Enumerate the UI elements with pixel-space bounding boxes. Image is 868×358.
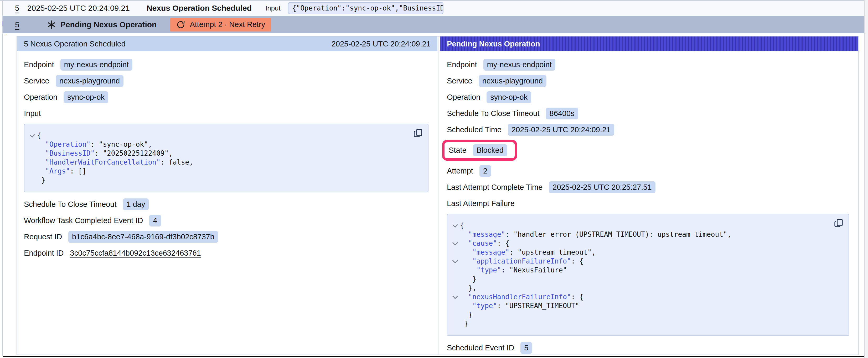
json-code-line: "HandlerWaitForCancellation": false, — [27, 158, 422, 167]
json-code-line: } — [450, 274, 842, 284]
field-label: Endpoint — [24, 60, 54, 69]
field-value-badge: my-nexus-endpoint — [484, 59, 556, 71]
copy-button[interactable] — [413, 128, 423, 138]
detail-row-schedule-to-close-timeout[interactable]: Schedule To Close Timeout1 day — [24, 198, 430, 210]
field-value-badge: 2025-02-25 UTC 20:24:09.21 — [508, 124, 614, 136]
right-panel-header: Pending Nexus Operation — [440, 36, 858, 51]
endpoint-id-link[interactable]: 3c0c75ccfa8144b092c13ce632463761 — [70, 249, 201, 258]
json-code-line: { — [27, 131, 422, 140]
field-label: Scheduled Time — [447, 126, 501, 134]
copy-button[interactable] — [834, 218, 843, 228]
field-label: Schedule To Close Timeout — [24, 200, 117, 209]
detail-row-request-id[interactable]: Request IDb1c6a4bc-8ee7-468a-9169-df3b02… — [24, 231, 430, 243]
field-label: Scheduled Event ID — [447, 344, 514, 352]
json-line-text: "type": "UPSTREAM_TIMEOUT" — [460, 301, 579, 310]
collapse-chevron-icon[interactable] — [450, 224, 460, 228]
collapse-chevron-icon[interactable] — [450, 241, 460, 246]
json-line-text: "message": "handler error (UPSTREAM_TIME… — [460, 230, 732, 239]
detail-row-workflow-task-completed-event-id[interactable]: Workflow Task Completed Event ID4 — [24, 215, 430, 227]
right-panel-title: Pending Nexus Operation — [447, 40, 540, 48]
event-input-preview-badge: {"Operation":"sync-op-ok","BusinessID":"… — [288, 2, 443, 14]
detail-row-service[interactable]: Servicenexus-playground — [24, 75, 430, 87]
json-code-line: "type": "NexusFailure" — [450, 266, 842, 274]
event-detail-panels: 5 Nexus Operation Scheduled 2025-02-25 U… — [17, 36, 859, 355]
json-line-text: "applicationFailureInfo": { — [460, 257, 584, 266]
left-panel-body: Endpointmy-nexus-endpointServicenexus-pl… — [17, 51, 437, 259]
event-row-nexus-operation-scheduled[interactable]: 5 2025-02-25 UTC 20:24:09.21 Nexus Opera… — [3, 1, 864, 16]
event-id-link[interactable]: 5 — [15, 4, 20, 12]
field-value-badge: nexus-playground — [56, 75, 124, 87]
pending-asterisk-icon — [47, 20, 56, 29]
field-value-badge: 4 — [149, 215, 161, 227]
json-code-line: "Operation": "sync-op-ok", — [27, 140, 422, 149]
detail-row-last-attempt-failure[interactable]: Last Attempt Failure — [447, 197, 850, 209]
json-code-line: } — [450, 319, 842, 328]
detail-row-service[interactable]: Servicenexus-playground — [447, 75, 850, 87]
temporal-event-history-screen: 5 2025-02-25 UTC 20:24:09.21 Nexus Opera… — [0, 0, 868, 358]
detail-row-operation[interactable]: Operationsync-op-ok — [24, 91, 430, 103]
json-code-line: "type": "UPSTREAM_TIMEOUT" — [450, 301, 842, 310]
field-label: Service — [447, 77, 472, 85]
left-border-line — [2, 0, 3, 356]
json-line-text: "type": "NexusFailure" — [460, 266, 567, 274]
json-line-text: } — [460, 319, 468, 328]
detail-row-scheduled-time[interactable]: Scheduled Time2025-02-25 UTC 20:24:09.21 — [447, 124, 850, 136]
json-code-line: } — [450, 310, 842, 319]
json-code-line: "BusinessID": "20250225122409", — [27, 149, 422, 158]
event-timestamp: 2025-02-25 UTC 20:24:09.21 — [27, 4, 130, 12]
detail-row-schedule-to-close-timeout[interactable]: Schedule To Close Timeout86400s — [447, 107, 850, 120]
json-line-text: } — [460, 274, 476, 284]
json-line-text: } — [37, 175, 45, 185]
event-row-pending-nexus-operation[interactable]: 5 Pending Nexus Operation Attempt 2 · Ne… — [3, 16, 864, 33]
field-label: Workflow Task Completed Event ID — [24, 216, 143, 225]
detail-row-input[interactable]: Input — [24, 107, 430, 120]
json-line-text: "HandlerWaitForCancellation": false, — [37, 158, 193, 167]
field-value-badge: nexus-playground — [479, 75, 547, 87]
right-panel-body: Endpointmy-nexus-endpointServicenexus-pl… — [440, 51, 858, 358]
json-code-line: } — [27, 175, 422, 185]
left-panel-timestamp: 2025-02-25 UTC 20:24:09.21 — [332, 40, 431, 48]
retry-icon — [176, 20, 185, 29]
field-value-badge: sync-op-ok — [487, 91, 531, 103]
detail-row-last-attempt-complete-time[interactable]: Last Attempt Complete Time2025-02-25 UTC… — [447, 181, 850, 193]
json-code-block: { "message": "handler error (UPSTREAM_TI… — [447, 214, 849, 336]
detail-row-state[interactable]: StateBlocked — [447, 140, 850, 161]
field-value-badge: 2025-02-25 UTC 20:25:27.51 — [549, 182, 655, 193]
detail-row-operation[interactable]: Operationsync-op-ok — [447, 91, 850, 103]
json-code-block: { "Operation": "sync-op-ok", "BusinessID… — [24, 124, 429, 192]
detail-row-endpoint-id[interactable]: Endpoint ID3c0c75ccfa8144b092c13ce632463… — [24, 247, 430, 259]
detail-row-attempt[interactable]: Attempt2 — [447, 165, 850, 177]
field-label: Operation — [24, 93, 57, 102]
json-line-text: }, — [460, 284, 476, 292]
retry-attempt-badge: Attempt 2 · Next Retry — [170, 18, 271, 32]
field-label: Endpoint — [447, 60, 477, 69]
json-line-text: } — [460, 310, 472, 319]
left-panel-title: 5 Nexus Operation Scheduled — [24, 40, 126, 48]
json-code-line: "nexusHandlerFailureInfo": { — [450, 292, 842, 301]
json-line-text: { — [37, 131, 41, 140]
field-value-badge: b1c6a4bc-8ee7-468a-9169-df3b02c8737b — [68, 231, 218, 243]
pending-operation-panel: Pending Nexus Operation Endpointmy-nexus… — [440, 36, 858, 358]
detail-row-endpoint[interactable]: Endpointmy-nexus-endpoint — [447, 59, 850, 71]
json-code-line: "applicationFailureInfo": { — [450, 257, 842, 266]
scrollbar-gutter[interactable] — [864, 0, 868, 358]
retry-badge-label: Attempt 2 · Next Retry — [190, 20, 265, 29]
field-value-badge: 86400s — [546, 108, 578, 120]
json-line-text: "message": "upstream timeout", — [460, 248, 596, 257]
field-label: State — [449, 146, 467, 155]
json-line-text: "Args": [] — [37, 167, 87, 175]
field-label: Schedule To Close Timeout — [447, 109, 539, 118]
field-value-badge: my-nexus-endpoint — [60, 59, 133, 71]
detail-row-endpoint[interactable]: Endpointmy-nexus-endpoint — [24, 59, 430, 71]
collapse-chevron-icon[interactable] — [27, 134, 37, 137]
field-value-badge: 1 day — [123, 198, 149, 210]
json-code-line: "Args": [] — [27, 167, 422, 175]
event-input-label: Input — [265, 4, 281, 12]
collapse-chevron-icon[interactable] — [450, 295, 460, 299]
json-line-text: { — [460, 221, 464, 230]
event-id-link[interactable]: 5 — [15, 20, 20, 29]
detail-row-scheduled-event-id[interactable]: Scheduled Event ID5 — [447, 342, 850, 354]
left-panel-header: 5 Nexus Operation Scheduled 2025-02-25 U… — [17, 36, 437, 51]
field-label: Last Attempt Failure — [447, 199, 515, 208]
collapse-chevron-icon[interactable] — [450, 259, 460, 263]
